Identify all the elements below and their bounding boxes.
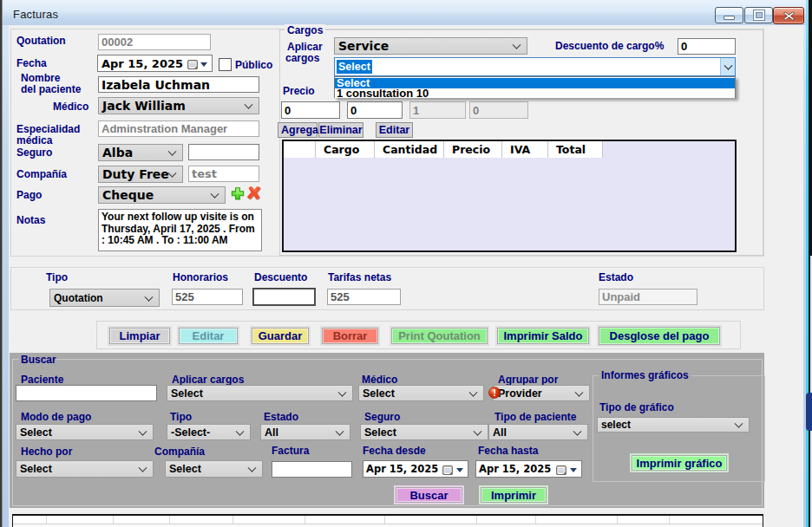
buscar-aplicar-combobox[interactable]: Select bbox=[167, 385, 353, 401]
buscar-tipo-combobox[interactable]: -Select- bbox=[167, 424, 251, 440]
tipo-label: Tipo bbox=[46, 271, 68, 283]
seguro-combobox[interactable]: Alba bbox=[98, 144, 183, 161]
buscar-button[interactable]: Buscar bbox=[396, 487, 462, 503]
close-button[interactable] bbox=[773, 7, 804, 24]
service-combobox[interactable]: Service bbox=[334, 37, 527, 55]
precio-field-3[interactable]: 1 bbox=[409, 101, 466, 119]
hecho-por-combobox[interactable]: Select bbox=[16, 460, 154, 478]
print-qoutation-button[interactable]: Print Qoutation bbox=[391, 328, 488, 344]
estado-field[interactable]: Unpaid bbox=[599, 289, 697, 305]
fecha-desde-datepicker[interactable]: Apr 15, 2025 bbox=[363, 460, 468, 478]
buscar-seguro-combobox[interactable]: Select bbox=[360, 424, 488, 440]
agrupar-combobox[interactable]: Provider bbox=[493, 385, 590, 401]
publico-checkbox[interactable] bbox=[219, 58, 232, 71]
cargo-select-dropdown-button[interactable] bbox=[720, 58, 735, 75]
cargos-col-rowheader[interactable] bbox=[284, 141, 316, 158]
modo-pago-combobox[interactable]: Select bbox=[16, 424, 154, 440]
window-titlebar[interactable]: Facturas bbox=[3, 0, 809, 25]
chevron-down-icon bbox=[513, 41, 521, 49]
compania-extra-field[interactable]: test bbox=[188, 166, 259, 182]
especialidad-field[interactable]: Adminstration Manager bbox=[98, 120, 259, 137]
delete-payment-icon[interactable] bbox=[246, 185, 261, 201]
fecha-datepicker[interactable]: Apr 15, 2025 bbox=[97, 55, 213, 72]
nombre-field[interactable]: Izabela Uchman bbox=[98, 76, 259, 93]
maximize-button[interactable] bbox=[744, 7, 773, 23]
buscar-estado-combobox[interactable]: All bbox=[260, 424, 350, 440]
close-icon bbox=[783, 11, 795, 21]
grid-separator bbox=[232, 516, 233, 524]
results-grid bbox=[12, 514, 763, 527]
aplicar-cargos-label-line2: cargos bbox=[285, 52, 319, 64]
imprimir-grafico-button[interactable]: Imprimir gráfico bbox=[632, 455, 727, 471]
agrupar-label: Agrupar por bbox=[498, 374, 558, 386]
buscar-compania-combobox[interactable]: Select bbox=[165, 460, 263, 478]
hecho-por-value: Select bbox=[20, 463, 52, 475]
medico-value: Jack William bbox=[102, 99, 186, 113]
tarifas-netas-field[interactable]: 525 bbox=[327, 289, 401, 305]
cargos-col-total[interactable]: Total bbox=[548, 141, 603, 158]
compania-combobox[interactable]: Duty Free (Co bbox=[98, 166, 183, 183]
fecha-hasta-dropdown-arrow[interactable] bbox=[570, 468, 577, 472]
cargos-col-cargo[interactable]: Cargo bbox=[316, 141, 375, 158]
hecho-por-label: Hecho por bbox=[21, 446, 72, 458]
fecha-hasta-datepicker[interactable]: Apr 15, 2025 bbox=[475, 460, 582, 478]
cargos-col-precio[interactable]: Precio bbox=[444, 141, 502, 158]
pago-combobox[interactable]: Cheque bbox=[98, 186, 226, 204]
modo-pago-label: Modo de pago bbox=[21, 411, 91, 423]
notas-line2: Thursday, April 17, 2025 . From bbox=[102, 224, 259, 236]
tipo-grafico-combobox[interactable]: select bbox=[597, 417, 750, 433]
minimize-icon bbox=[724, 16, 735, 20]
desglose-button[interactable]: Desglose del pago bbox=[599, 327, 720, 345]
notas-line1: Your next follow up visite is on bbox=[102, 211, 259, 224]
dropdown-item-consultation[interactable]: 1 consultation 10 bbox=[335, 88, 735, 98]
quotation-field[interactable]: 00002 bbox=[98, 34, 211, 50]
agregar-button[interactable]: Agregar bbox=[278, 122, 318, 138]
fecha-dropdown-arrow[interactable] bbox=[200, 62, 207, 67]
calendar-icon bbox=[556, 465, 566, 475]
seguro-extra-field[interactable] bbox=[188, 144, 259, 160]
precio-field-4[interactable]: 0 bbox=[469, 101, 528, 119]
precio-field-1[interactable]: 0 bbox=[281, 101, 340, 119]
precio-field-2[interactable]: 0 bbox=[347, 101, 403, 119]
descuento-cargo-label: Descuento de cargo% bbox=[555, 40, 664, 52]
tipo-paciente-combobox[interactable]: All bbox=[488, 424, 588, 440]
buscar-estado-label: Estado bbox=[264, 411, 298, 423]
cargos-col-iva[interactable]: IVA bbox=[502, 141, 548, 158]
quotation-label: Qoutation bbox=[16, 35, 66, 47]
compania-label: Compañía bbox=[16, 168, 67, 180]
medico-combobox[interactable]: Jack William bbox=[98, 97, 259, 114]
imprimir-saldo-button[interactable]: Imprimir Saldo bbox=[497, 328, 589, 344]
cargo-select-dropdown-list: Select 1 consultation 10 bbox=[334, 76, 736, 98]
seguro-label: Seguro bbox=[16, 146, 52, 159]
limpiar-button[interactable]: Limpiar bbox=[109, 328, 170, 344]
add-payment-icon[interactable] bbox=[231, 186, 245, 201]
descuento-label: Descuento bbox=[254, 271, 307, 283]
pago-value: Cheque bbox=[102, 188, 154, 202]
tipo-combobox[interactable]: Quotation bbox=[49, 289, 160, 307]
publico-label: Público bbox=[235, 59, 272, 71]
cargos-col-cantidad[interactable]: Cantidad bbox=[375, 141, 444, 158]
descuento-cargo-field[interactable]: 0 bbox=[678, 38, 736, 55]
chevron-down-icon bbox=[338, 387, 347, 396]
honorarios-field[interactable]: 525 bbox=[172, 289, 243, 305]
notas-field[interactable]: Your next follow up visite is on Thursda… bbox=[98, 209, 262, 251]
editar-cargo-button[interactable]: Editar bbox=[376, 122, 413, 138]
imprimir-button[interactable]: Imprimir bbox=[481, 487, 547, 503]
fecha-desde-dropdown-arrow[interactable] bbox=[456, 468, 463, 472]
pago-label: Pago bbox=[16, 189, 42, 201]
paciente-field[interactable] bbox=[16, 385, 157, 401]
editar-button[interactable]: Editar bbox=[179, 328, 238, 344]
guardar-button[interactable]: Guardar bbox=[252, 328, 309, 344]
borrar-button[interactable]: Borrar bbox=[322, 328, 378, 344]
minimize-button[interactable] bbox=[715, 7, 743, 23]
buscar-compania-label: Compañía bbox=[154, 446, 205, 458]
cargo-select-combobox[interactable]: Select bbox=[334, 57, 736, 76]
buscar-frame-top bbox=[56, 359, 762, 360]
buscar-medico-combobox[interactable]: Select bbox=[358, 385, 484, 401]
grid-separator bbox=[46, 516, 47, 524]
buscar-frame-bottom bbox=[12, 505, 763, 506]
factura-field[interactable] bbox=[272, 461, 352, 478]
descuento-field[interactable] bbox=[252, 288, 316, 306]
eliminar-label: Eliminar bbox=[319, 124, 362, 136]
eliminar-button[interactable]: Eliminar bbox=[318, 122, 363, 138]
